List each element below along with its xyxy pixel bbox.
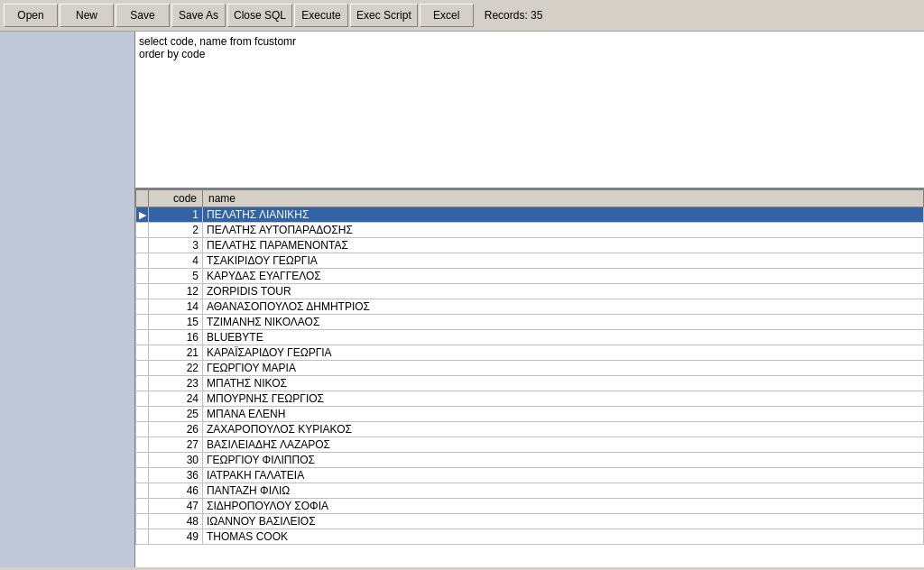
records-count: Records: 35 (485, 9, 543, 22)
name-cell: BLUEBYTE (203, 330, 924, 345)
code-cell: 5 (149, 269, 203, 284)
row-indicator (136, 407, 149, 422)
code-cell: 2 (149, 223, 203, 238)
row-indicator (136, 238, 149, 253)
name-cell: ΣΙΔΗΡΟΠΟΥΛΟΥ ΣΟΦΙΑ (203, 499, 924, 514)
row-indicator (136, 345, 149, 361)
table-row[interactable]: 2ΠΕΛΑΤΗΣ ΑΥΤΟΠΑΡΑΔΟΣΗΣ (136, 223, 924, 238)
right-panel: code name ▶1ΠΕΛΑΤΗΣ ΛΙΑΝΙΚΗΣ2ΠΕΛΑΤΗΣ ΑΥΤ… (135, 32, 924, 567)
code-cell: 25 (149, 407, 203, 422)
table-row[interactable]: 15ΤΖΙΜΑΝΗΣ ΝΙΚΟΛΑΟΣ (136, 315, 924, 330)
row-indicator (136, 315, 149, 330)
open-button[interactable]: Open (4, 4, 58, 27)
table-row[interactable]: 24ΜΠΟΥΡΝΗΣ ΓΕΩΡΓΙΟΣ (136, 391, 924, 407)
new-button[interactable]: New (60, 4, 114, 27)
row-indicator (136, 299, 149, 315)
name-cell: ΜΠΑΝΑ ΕΛΕΝΗ (203, 407, 924, 422)
table-row[interactable]: 30ΓΕΩΡΓΙΟΥ ΦΙΛΙΠΠΟΣ (136, 453, 924, 468)
row-indicator (136, 529, 149, 545)
row-indicator: ▶ (136, 207, 149, 223)
name-cell: ZORPIDIS TOUR (203, 284, 924, 299)
row-indicator (136, 514, 149, 529)
table-row[interactable]: 36ΙΑΤΡΑΚΗ ΓΑΛΑΤΕΙΑ (136, 468, 924, 483)
code-cell: 1 (149, 207, 203, 223)
row-indicator (136, 253, 149, 269)
code-cell: 15 (149, 315, 203, 330)
row-indicator (136, 499, 149, 514)
row-indicator (136, 223, 149, 238)
name-cell: ΒΑΣΙΛΕΙΑΔΗΣ ΛΑΖΑΡΟΣ (203, 437, 924, 453)
table-row[interactable]: 48ΙΩΑΝΝΟΥ ΒΑΣΙΛΕΙΟΣ (136, 514, 924, 529)
row-indicator (136, 330, 149, 345)
table-row[interactable]: 46ΠΑΝΤΑΖΗ ΦΙΛΙΩ (136, 483, 924, 499)
excel-button[interactable]: Excel (420, 4, 474, 27)
table-row[interactable]: 5ΚΑΡΥΔΑΣ ΕΥΑΓΓΕΛΟΣ (136, 269, 924, 284)
name-cell: ΠΕΛΑΤΗΣ ΠΑΡΑΜΕΝΟΝΤΑΣ (203, 238, 924, 253)
code-cell: 16 (149, 330, 203, 345)
sql-editor (135, 32, 924, 189)
row-indicator (136, 269, 149, 284)
row-indicator (136, 437, 149, 453)
table-row[interactable]: 27ΒΑΣΙΛΕΙΑΔΗΣ ΛΑΖΑΡΟΣ (136, 437, 924, 453)
code-cell: 23 (149, 376, 203, 391)
table-row[interactable]: 49THOMAS COOK (136, 529, 924, 545)
name-cell: ΓΕΩΡΓΙΟΥ ΦΙΛΙΠΠΟΣ (203, 453, 924, 468)
code-cell: 36 (149, 468, 203, 483)
save-button[interactable]: Save (116, 4, 170, 27)
name-cell: ΙΩΑΝΝΟΥ ΒΑΣΙΛΕΙΟΣ (203, 514, 924, 529)
row-indicator (136, 391, 149, 407)
code-cell: 3 (149, 238, 203, 253)
code-cell: 26 (149, 422, 203, 437)
table-row[interactable]: 22ΓΕΩΡΓΙΟΥ ΜΑΡΙΑ (136, 361, 924, 376)
name-cell: ΚΑΡΥΔΑΣ ΕΥΑΓΓΕΛΟΣ (203, 269, 924, 284)
table-row[interactable]: 12ZORPIDIS TOUR (136, 284, 924, 299)
table-row[interactable]: ▶1ΠΕΛΑΤΗΣ ΛΙΑΝΙΚΗΣ (136, 207, 924, 223)
name-cell: ΤΖΙΜΑΝΗΣ ΝΙΚΟΛΑΟΣ (203, 315, 924, 330)
code-cell: 14 (149, 299, 203, 315)
row-indicator (136, 376, 149, 391)
row-indicator (136, 284, 149, 299)
code-cell: 22 (149, 361, 203, 376)
code-cell: 47 (149, 499, 203, 514)
name-cell: ΠΕΛΑΤΗΣ ΑΥΤΟΠΑΡΑΔΟΣΗΣ (203, 223, 924, 238)
close-sql-button[interactable]: Close SQL (227, 4, 292, 27)
row-indicator (136, 422, 149, 437)
name-cell: ΙΑΤΡΑΚΗ ΓΑΛΑΤΕΙΑ (203, 468, 924, 483)
table-row[interactable]: 16BLUEBYTE (136, 330, 924, 345)
name-cell: ΤΣΑΚΙΡΙΔΟΥ ΓΕΩΡΓΙΑ (203, 253, 924, 269)
name-cell: ΖΑΧΑΡΟΠΟΥΛΟΣ ΚΥΡΙΑΚΟΣ (203, 422, 924, 437)
save-as-button[interactable]: Save As (171, 4, 226, 27)
code-cell: 4 (149, 253, 203, 269)
table-row[interactable]: 14ΑΘΑΝΑΣΟΠΟΥΛΟΣ ΔΗΜΗΤΡΙΟΣ (136, 299, 924, 315)
results-body: ▶1ΠΕΛΑΤΗΣ ΛΙΑΝΙΚΗΣ2ΠΕΛΑΤΗΣ ΑΥΤΟΠΑΡΑΔΟΣΗΣ… (136, 207, 924, 545)
code-cell: 30 (149, 453, 203, 468)
execute-button[interactable]: Execute (294, 4, 348, 27)
table-row[interactable]: 23ΜΠΑΤΗΣ ΝΙΚΟΣ (136, 376, 924, 391)
code-cell: 46 (149, 483, 203, 499)
table-row[interactable]: 21ΚΑΡΑΪΣΑΡΙΔΟΥ ΓΕΩΡΓΙΑ (136, 345, 924, 361)
name-cell: ΜΠΟΥΡΝΗΣ ΓΕΩΡΓΙΟΣ (203, 391, 924, 407)
table-row[interactable]: 26ΖΑΧΑΡΟΠΟΥΛΟΣ ΚΥΡΙΑΚΟΣ (136, 422, 924, 437)
exec-script-button[interactable]: Exec Script (350, 4, 418, 27)
table-row[interactable]: 25ΜΠΑΝΑ ΕΛΕΝΗ (136, 407, 924, 422)
results-table: code name ▶1ΠΕΛΑΤΗΣ ΛΙΑΝΙΚΗΣ2ΠΕΛΑΤΗΣ ΑΥΤ… (135, 189, 924, 545)
name-column-header: name (203, 190, 924, 207)
table-row[interactable]: 4ΤΣΑΚΙΡΙΔΟΥ ΓΕΩΡΓΙΑ (136, 253, 924, 269)
code-cell: 21 (149, 345, 203, 361)
row-indicator (136, 483, 149, 499)
code-cell: 49 (149, 529, 203, 545)
table-row[interactable]: 47ΣΙΔΗΡΟΠΟΥΛΟΥ ΣΟΦΙΑ (136, 499, 924, 514)
name-cell: THOMAS COOK (203, 529, 924, 545)
main-area: code name ▶1ΠΕΛΑΤΗΣ ΛΙΑΝΙΚΗΣ2ΠΕΛΑΤΗΣ ΑΥΤ… (0, 32, 924, 567)
toolbar: Open New Save Save As Close SQL Execute … (0, 0, 924, 32)
code-cell: 48 (149, 514, 203, 529)
results-table-container[interactable]: code name ▶1ΠΕΛΑΤΗΣ ΛΙΑΝΙΚΗΣ2ΠΕΛΑΤΗΣ ΑΥΤ… (135, 189, 924, 567)
name-cell: ΠΕΛΑΤΗΣ ΛΙΑΝΙΚΗΣ (203, 207, 924, 223)
code-cell: 27 (149, 437, 203, 453)
row-indicator (136, 453, 149, 468)
code-cell: 12 (149, 284, 203, 299)
table-row[interactable]: 3ΠΕΛΑΤΗΣ ΠΑΡΑΜΕΝΟΝΤΑΣ (136, 238, 924, 253)
indicator-column-header (136, 190, 149, 207)
sql-input[interactable] (135, 32, 924, 188)
row-indicator (136, 468, 149, 483)
